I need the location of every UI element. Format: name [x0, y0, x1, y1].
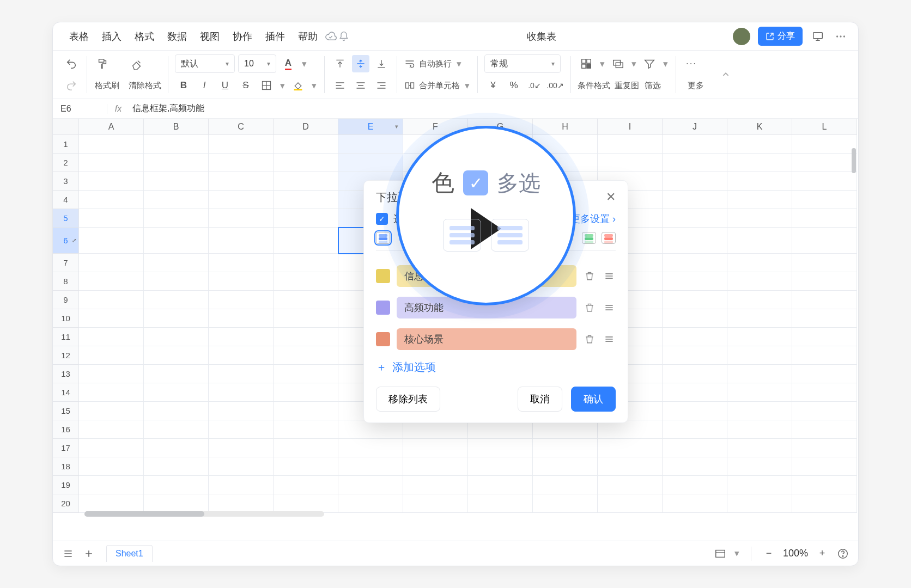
- conditional-format-icon[interactable]: [578, 55, 595, 72]
- video-play-overlay[interactable]: 色 ✓ 多选: [396, 126, 576, 305]
- chevron-down-icon[interactable]: ▾: [278, 77, 286, 94]
- cell[interactable]: [663, 191, 727, 209]
- percent-icon[interactable]: %: [505, 77, 523, 94]
- remove-list-button[interactable]: 移除列表: [376, 387, 440, 412]
- font-color-icon[interactable]: A: [280, 55, 297, 72]
- valign-top-icon[interactable]: [331, 55, 349, 72]
- merge-cells-icon[interactable]: [404, 77, 416, 94]
- cell[interactable]: [144, 191, 209, 209]
- cell[interactable]: [663, 154, 727, 172]
- cell[interactable]: [792, 420, 857, 439]
- cell[interactable]: [144, 346, 209, 365]
- cell[interactable]: [209, 309, 274, 328]
- row-header[interactable]: 4: [53, 191, 79, 209]
- cell[interactable]: [79, 272, 144, 291]
- cell[interactable]: [663, 172, 727, 191]
- menu-insert[interactable]: 插入: [95, 26, 128, 47]
- row-header[interactable]: 16: [53, 420, 79, 439]
- confirm-button[interactable]: 确认: [571, 387, 616, 412]
- cell[interactable]: [79, 309, 144, 328]
- cell[interactable]: [727, 439, 792, 457]
- cell[interactable]: [403, 476, 468, 494]
- cell[interactable]: [663, 346, 727, 365]
- drag-handle-icon[interactable]: [603, 333, 616, 346]
- column-header[interactable]: H: [533, 119, 598, 135]
- undo-icon[interactable]: [63, 55, 80, 72]
- cell[interactable]: [274, 494, 338, 513]
- chevron-down-icon[interactable]: ▾: [733, 545, 741, 562]
- cell[interactable]: [274, 346, 338, 365]
- cell[interactable]: [274, 328, 338, 346]
- color-swatch[interactable]: [376, 301, 390, 315]
- cell[interactable]: [209, 328, 274, 346]
- chevron-down-icon[interactable]: ▾: [661, 55, 669, 72]
- cell[interactable]: [274, 309, 338, 328]
- row-header[interactable]: 9: [53, 291, 79, 309]
- delete-icon[interactable]: [583, 333, 596, 346]
- cell[interactable]: [663, 291, 727, 309]
- chevron-down-icon[interactable]: ▾: [598, 55, 606, 72]
- cell[interactable]: [403, 439, 468, 457]
- cell[interactable]: [338, 420, 403, 439]
- option-checkbox[interactable]: ✓: [376, 213, 388, 225]
- cell[interactable]: [792, 309, 857, 328]
- cell[interactable]: [79, 191, 144, 209]
- font-family-select[interactable]: 默认▾: [175, 54, 235, 73]
- cell[interactable]: [274, 439, 338, 457]
- cell[interactable]: [792, 476, 857, 494]
- cell[interactable]: [403, 420, 468, 439]
- cell[interactable]: [274, 254, 338, 272]
- repeat-image-icon[interactable]: [609, 55, 627, 72]
- expand-row-icon[interactable]: ⤢: [72, 237, 76, 243]
- add-option-button[interactable]: ＋ 添加选项: [376, 360, 616, 375]
- cell[interactable]: [598, 439, 663, 457]
- column-header[interactable]: L: [792, 119, 857, 135]
- align-left-icon[interactable]: [331, 77, 349, 94]
- cell[interactable]: [274, 476, 338, 494]
- cell[interactable]: [144, 476, 209, 494]
- cell[interactable]: [209, 476, 274, 494]
- row-header[interactable]: 10: [53, 309, 79, 328]
- cell[interactable]: [209, 402, 274, 420]
- cell[interactable]: [144, 172, 209, 191]
- sheet-list-icon[interactable]: [60, 546, 76, 561]
- cell[interactable]: [79, 420, 144, 439]
- cell[interactable]: [144, 254, 209, 272]
- more-settings-link[interactable]: 更多设置 ›: [570, 212, 616, 225]
- column-header[interactable]: C: [209, 119, 274, 135]
- cell[interactable]: [792, 191, 857, 209]
- row-header[interactable]: 19: [53, 476, 79, 494]
- cell[interactable]: [79, 476, 144, 494]
- bold-icon[interactable]: B: [175, 77, 192, 94]
- cell[interactable]: [209, 346, 274, 365]
- cell[interactable]: [338, 439, 403, 457]
- cell[interactable]: [727, 172, 792, 191]
- color-swatch[interactable]: [376, 332, 390, 346]
- cell[interactable]: [727, 383, 792, 402]
- cell[interactable]: [274, 191, 338, 209]
- cell[interactable]: [663, 383, 727, 402]
- column-header[interactable]: D: [274, 119, 338, 135]
- cell[interactable]: [727, 228, 792, 254]
- cell[interactable]: [792, 402, 857, 420]
- formula-input[interactable]: 信息框架,高频功能: [129, 103, 858, 114]
- cell[interactable]: [727, 420, 792, 439]
- cell[interactable]: [144, 365, 209, 383]
- cell[interactable]: [144, 228, 209, 254]
- valign-bottom-icon[interactable]: [373, 55, 390, 72]
- horizontal-scrollbar[interactable]: [84, 511, 324, 517]
- present-icon[interactable]: [810, 29, 825, 44]
- cell[interactable]: [533, 476, 598, 494]
- cell[interactable]: [144, 457, 209, 476]
- row-header[interactable]: 2: [53, 154, 79, 172]
- menu-table[interactable]: 表格: [63, 26, 95, 47]
- cell[interactable]: [209, 383, 274, 402]
- cell[interactable]: [274, 383, 338, 402]
- user-avatar[interactable]: [733, 28, 750, 45]
- cell[interactable]: [598, 476, 663, 494]
- filter-icon[interactable]: [641, 55, 658, 72]
- close-icon[interactable]: ✕: [606, 190, 616, 204]
- cancel-button[interactable]: 取消: [518, 387, 562, 412]
- cell[interactable]: [727, 402, 792, 420]
- cell[interactable]: [792, 272, 857, 291]
